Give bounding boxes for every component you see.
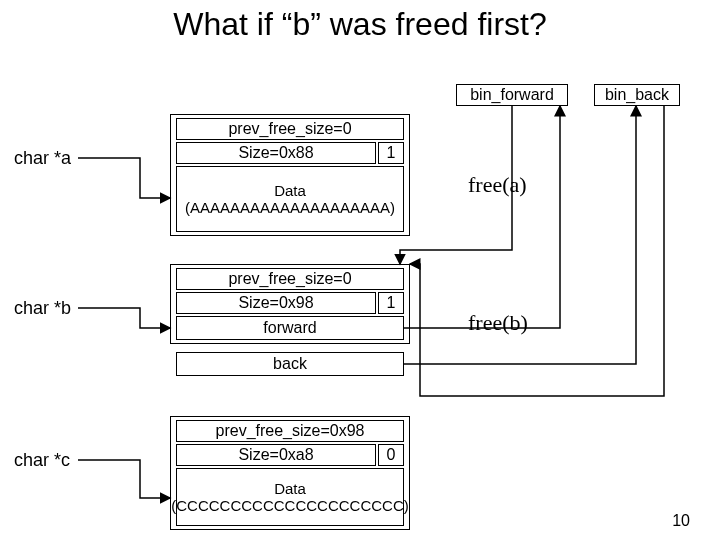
page-title: What if “b” was freed first?: [0, 0, 720, 43]
block-b-flag: 1: [378, 292, 404, 314]
page-number: 10: [672, 512, 690, 530]
label-char-a: char *a: [14, 148, 71, 169]
free-b-label: free(b): [468, 310, 528, 336]
block-a-data: Data (AAAAAAAAAAAAAAAAAAAA): [176, 166, 404, 232]
label-char-c: char *c: [14, 450, 70, 471]
bin-back-node: bin_back: [594, 84, 680, 106]
block-b-forward: forward: [176, 316, 404, 340]
block-b-back: back: [176, 352, 404, 376]
label-char-b: char *b: [14, 298, 71, 319]
block-a-size: Size=0x88: [176, 142, 376, 164]
block-c-flag: 0: [378, 444, 404, 466]
block-b-size: Size=0x98: [176, 292, 376, 314]
block-a-prev: prev_free_size=0: [176, 118, 404, 140]
block-c-size: Size=0xa8: [176, 444, 376, 466]
block-c-prev: prev_free_size=0x98: [176, 420, 404, 442]
block-b-prev: prev_free_size=0: [176, 268, 404, 290]
free-a-label: free(a): [468, 172, 527, 198]
block-c-data: Data (CCCCCCCCCCCCCCCCCCCCC): [176, 468, 404, 526]
bin-forward-node: bin_forward: [456, 84, 568, 106]
block-a-flag: 1: [378, 142, 404, 164]
